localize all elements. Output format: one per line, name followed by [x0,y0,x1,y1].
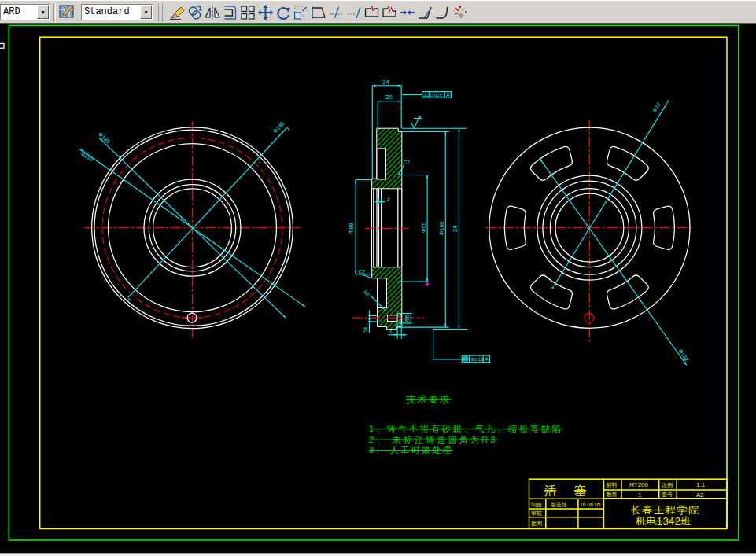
svg-text:制图: 制图 [530,502,542,508]
svg-text:C2: C2 [359,269,366,274]
svg-text:图号: 图号 [662,492,673,498]
svg-text:24: 24 [452,226,458,232]
svg-text:14: 14 [363,326,368,333]
svg-text:数量: 数量 [607,492,618,497]
svg-text:塞: 塞 [574,484,586,497]
svg-text:机电1342班: 机电1342班 [636,515,691,527]
svg-text:签证练: 签证练 [551,502,567,507]
svg-text:24: 24 [382,79,389,86]
svg-text:Φ0.13: Φ0.13 [470,357,484,362]
svg-text:材料: 材料 [607,482,618,488]
svg-text:Φ88: Φ88 [348,223,354,234]
svg-text:比例: 比例 [662,482,673,488]
svg-text:1:1: 1:1 [696,481,706,488]
svg-text:长春工程学院: 长春工程学院 [631,504,700,516]
svg-text:C2: C2 [404,160,411,165]
svg-text:Φ160: Φ160 [439,222,444,235]
svg-text:3、 人工时效处理: 3、 人工时效处理 [369,445,453,455]
svg-text:3: 3 [387,196,390,201]
svg-text:Φ6: Φ6 [404,315,410,322]
svg-text:2、 未标注铸造圆角为R3: 2、 未标注铸造圆角为R3 [369,435,498,444]
svg-text:20: 20 [385,94,393,101]
svg-text:1、铸件不得有砂眼、气孔、缩松等缺陷: 1、铸件不得有砂眼、气孔、缩松等缺陷 [369,424,563,433]
svg-text:0.025: 0.025 [430,93,443,98]
svg-text:批阅: 批阅 [531,521,542,527]
svg-text:A: A [485,356,489,362]
svg-text:3: 3 [389,329,393,334]
svg-text:HT200: HT200 [629,481,649,488]
svg-text:Φ55: Φ55 [421,223,426,233]
svg-text:16.06.05: 16.06.05 [580,502,601,507]
svg-text:A2: A2 [696,492,704,499]
svg-text:A: A [446,92,450,98]
svg-text:审核: 审核 [531,510,542,517]
svg-text:技术要求: 技术要求 [405,394,452,405]
svg-text:1: 1 [638,492,642,499]
svg-text:活: 活 [544,484,556,497]
